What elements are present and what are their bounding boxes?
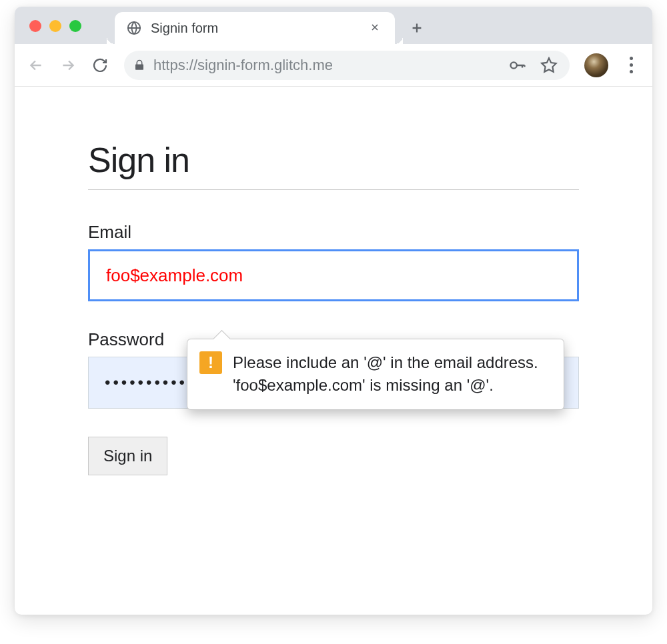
validation-message: Please include an '@' in the email addre…	[233, 351, 549, 396]
url-input[interactable]	[153, 57, 498, 74]
page-title: Sign in	[88, 140, 579, 190]
globe-icon	[127, 21, 141, 35]
browser-tab[interactable]: Signin form	[115, 12, 395, 44]
validation-tooltip: Please include an '@' in the email addre…	[187, 339, 564, 410]
email-label: Email	[88, 222, 579, 243]
close-window-button[interactable]	[29, 20, 41, 32]
tab-bar: Signin form	[15, 7, 652, 44]
back-button[interactable]	[23, 52, 49, 79]
password-field-group: Password Please include an '@' in the em…	[88, 329, 579, 409]
address-bar[interactable]	[124, 51, 570, 80]
tab-close-button[interactable]	[367, 18, 383, 39]
svg-point-1	[511, 62, 517, 68]
maximize-window-button[interactable]	[69, 20, 81, 32]
email-input[interactable]	[88, 249, 579, 301]
key-icon[interactable]	[506, 56, 530, 75]
window-controls	[29, 20, 81, 32]
minimize-window-button[interactable]	[49, 20, 61, 32]
browser-toolbar	[15, 44, 652, 87]
signin-button[interactable]: Sign in	[88, 437, 167, 475]
browser-window: Signin form	[15, 7, 652, 615]
star-icon[interactable]	[538, 57, 560, 74]
tab-title: Signin form	[151, 21, 358, 36]
profile-avatar[interactable]	[584, 53, 608, 77]
forward-button[interactable]	[55, 52, 81, 79]
lock-icon	[133, 59, 145, 71]
email-field-group: Email	[88, 222, 579, 301]
warning-icon	[199, 351, 222, 374]
page-content: Sign in Email Password Please include an…	[15, 87, 652, 615]
reload-button[interactable]	[87, 52, 113, 79]
browser-menu-button[interactable]	[618, 52, 644, 79]
